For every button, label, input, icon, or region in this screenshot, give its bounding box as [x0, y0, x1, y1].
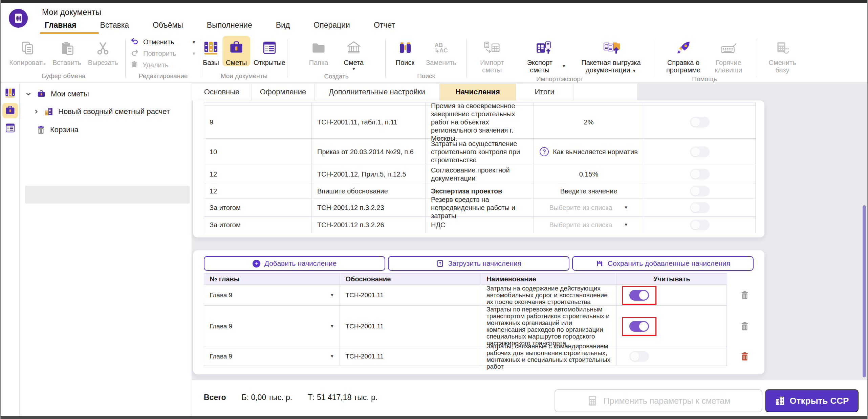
chapter-select[interactable]: Глава 9▼ — [204, 306, 340, 347]
smety-button[interactable]: Сметы — [222, 36, 250, 66]
toggle[interactable] — [690, 219, 710, 230]
ribbon-tab-glavnaya[interactable]: Главная — [43, 21, 79, 35]
delete-button[interactable]: Удалить — [128, 59, 198, 71]
export-smeta-button[interactable]: Экспорт сметы▼ — [517, 36, 569, 74]
basis-cell[interactable]: ТСН-2001.11 — [340, 306, 481, 347]
dropdown-caret[interactable]: ▼ — [632, 68, 636, 73]
added-accruals-card: + Добавить начисление Загрузить начислен… — [193, 250, 764, 374]
annotation-box — [622, 317, 656, 336]
switch-base-button[interactable]: Сменить базу — [764, 36, 801, 74]
copy-button[interactable]: Копировать — [6, 36, 49, 66]
dropdown-caret[interactable]: ▼ — [562, 64, 566, 69]
basis-cell[interactable]: ТСН-2001.11 — [340, 285, 481, 305]
add-accrual-button[interactable]: + Добавить начисление — [204, 256, 385, 271]
basis-cell[interactable]: ТСН-2001.11, табл.1, п.11 — [312, 106, 426, 138]
how-calculated-link[interactable]: ?Как вычисляется норматив — [540, 147, 638, 156]
apply-parameters-button[interactable]: Применить параметры к сметам — [555, 389, 762, 412]
toggle[interactable] — [629, 290, 649, 301]
rail-bases-button[interactable] — [2, 85, 18, 101]
basis-cell[interactable]: ТСН-2001.11 — [340, 347, 481, 366]
ribbon-tab-vid[interactable]: Вид — [274, 21, 292, 35]
tab-itogi[interactable]: Итоги — [516, 84, 573, 100]
window-frame-top — [1, 0, 867, 3]
dropdown-caret: ▼ — [624, 204, 628, 212]
bases-button[interactable]: Базы — [199, 36, 222, 66]
import-smeta-button[interactable]: Импорт сметы — [470, 36, 514, 74]
divider — [385, 39, 386, 78]
rocket-icon — [675, 39, 692, 57]
new-smeta-button[interactable]: Смета ▼ — [340, 36, 367, 71]
tree-item-document[interactable]: Новый сводный сметный расчет — [29, 103, 170, 120]
trash-icon — [740, 290, 749, 300]
undo-button[interactable]: Отменить ▼ — [128, 36, 198, 48]
opened-button[interactable]: Открытые — [250, 36, 289, 66]
binders-icon — [4, 87, 16, 99]
value-cell[interactable]: 2% — [534, 106, 644, 138]
value-select[interactable]: Выберите из списка▼ — [549, 221, 628, 229]
trash-icon — [740, 352, 749, 361]
bank-building-icon — [346, 39, 362, 57]
toggle[interactable] — [690, 186, 710, 196]
delete-row-button[interactable] — [738, 290, 752, 300]
tab-nachisleniya[interactable]: Начисления — [440, 84, 516, 100]
tree-item-my-smety[interactable]: Мои сметы — [21, 85, 89, 103]
dropdown-caret[interactable]: ▼ — [351, 66, 356, 71]
scissors-icon — [95, 39, 111, 57]
toggle[interactable] — [690, 146, 710, 157]
group-clipboard: Копировать Вставить — [3, 34, 125, 83]
chapter-select[interactable]: Глава 9▼ — [204, 347, 340, 366]
toggle[interactable] — [629, 351, 649, 362]
plus-circle-icon: + — [253, 260, 260, 267]
toggle[interactable] — [690, 202, 710, 213]
toggle[interactable] — [690, 117, 710, 127]
tree-item-recycle-bin[interactable]: Корзина — [21, 121, 79, 139]
vertical-scrollbar[interactable] — [863, 205, 866, 377]
search-button[interactable]: Поиск — [392, 36, 418, 66]
selected-row-highlight — [25, 186, 190, 204]
save-accruals-button[interactable]: Сохранить добавленные начисления — [572, 256, 754, 271]
batch-export-button[interactable]: Пакетная выгрузка документации ▼ — [572, 36, 650, 74]
ribbon-tab-obyomy[interactable]: Объёмы — [151, 21, 185, 35]
ribbon-tab-vypolnenie[interactable]: Выполнение — [205, 21, 254, 35]
group-caption: Мои документы — [204, 71, 284, 82]
replace-button[interactable]: AB↳AC Заменить — [422, 36, 460, 66]
sidebar: Мои сметы Новый сводный сметный расчет К… — [1, 83, 192, 416]
chevron-right-icon[interactable] — [33, 109, 39, 115]
rail-opened-button[interactable] — [2, 120, 18, 136]
binoculars-icon — [397, 39, 413, 57]
tab-osnovnye[interactable]: Основные — [192, 84, 252, 100]
page-title: Мои документы — [42, 7, 101, 17]
open-ssr-button[interactable]: Открыть ССР — [765, 389, 859, 412]
chapter-select[interactable]: Глава 9▼ — [204, 285, 340, 305]
dropdown-caret[interactable]: ▼ — [192, 51, 196, 56]
basis-input[interactable]: Впишите обоснование — [312, 183, 426, 199]
paste-button[interactable]: Вставить — [49, 36, 85, 66]
dropdown-caret[interactable]: ▼ — [192, 40, 196, 45]
load-accruals-button[interactable]: Загрузить начисления — [388, 256, 569, 271]
basis-cell[interactable]: Приказ от 20.03.2014 №29, п.6 — [312, 139, 426, 165]
basis-cell[interactable]: ТСН-2001.12 п.3.2.23 — [312, 199, 426, 216]
tab-dop-nastroyki[interactable]: Дополнительные настройки — [314, 84, 440, 100]
value-cell[interactable]: 0.15% — [534, 165, 644, 183]
delete-row-button[interactable] — [738, 352, 752, 361]
ribbon-tab-vstavka[interactable]: Вставка — [98, 21, 131, 35]
ribbon-tab-operacii[interactable]: Операции — [311, 21, 352, 35]
cut-button[interactable]: Вырезать — [85, 36, 122, 66]
toggle[interactable] — [690, 169, 710, 180]
new-folder-button[interactable]: Папка — [306, 36, 332, 66]
ribbon-tab-bar: Главная Вставка Объёмы Выполнение Вид Оп… — [43, 21, 397, 35]
basis-cell[interactable]: ТСН-2001.12, Прил.5, п.12.5 — [312, 165, 426, 183]
group-help: Справка о программе Горячие клавиши По — [654, 34, 755, 83]
value-select[interactable]: Выберите из списка▼ — [549, 204, 628, 212]
basis-cell[interactable]: ТСН-2001.12 п.3.2.26 — [312, 217, 426, 233]
toggle[interactable] — [629, 321, 649, 332]
tab-oformlenie[interactable]: Оформление — [252, 84, 314, 100]
rail-smety-button[interactable] — [2, 103, 18, 118]
hotkeys-button[interactable]: Горячие клавиши — [709, 36, 748, 74]
ribbon-tab-otchet[interactable]: Отчет — [372, 21, 397, 35]
about-button[interactable]: Справка о программе — [661, 36, 706, 74]
chevron-down-icon[interactable] — [25, 91, 32, 97]
delete-row-button[interactable] — [738, 322, 752, 331]
value-input[interactable]: Введите значение — [534, 183, 644, 199]
redo-button[interactable]: Повторить ▼ — [128, 48, 198, 59]
